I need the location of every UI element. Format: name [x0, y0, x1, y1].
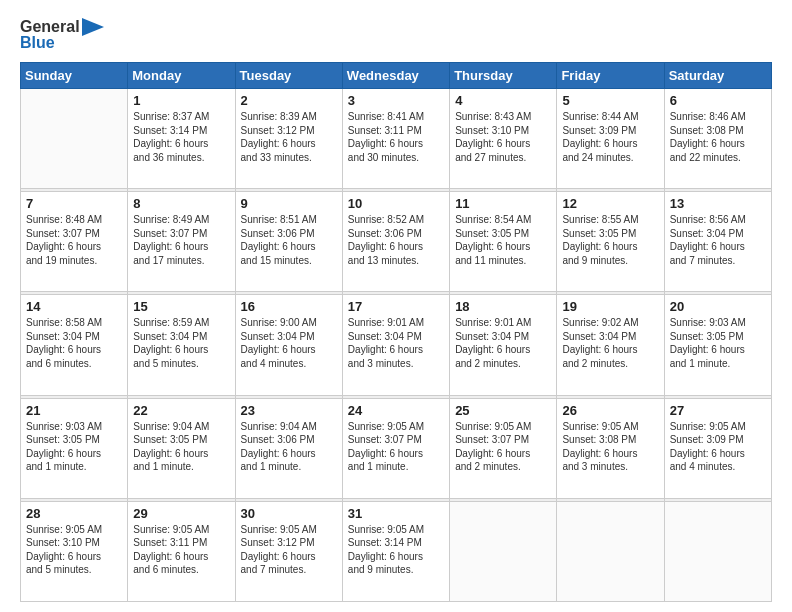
day-number: 10: [348, 196, 444, 211]
day-number: 11: [455, 196, 551, 211]
calendar-cell: 1Sunrise: 8:37 AM Sunset: 3:14 PM Daylig…: [128, 89, 235, 189]
day-info: Sunrise: 9:05 AM Sunset: 3:11 PM Dayligh…: [133, 523, 229, 577]
calendar-week-0: 1Sunrise: 8:37 AM Sunset: 3:14 PM Daylig…: [21, 89, 772, 189]
header-saturday: Saturday: [664, 63, 771, 89]
day-number: 12: [562, 196, 658, 211]
day-number: 2: [241, 93, 337, 108]
calendar-cell: 24Sunrise: 9:05 AM Sunset: 3:07 PM Dayli…: [342, 398, 449, 498]
day-info: Sunrise: 9:05 AM Sunset: 3:14 PM Dayligh…: [348, 523, 444, 577]
day-number: 27: [670, 403, 766, 418]
day-number: 14: [26, 299, 122, 314]
calendar-cell: 27Sunrise: 9:05 AM Sunset: 3:09 PM Dayli…: [664, 398, 771, 498]
day-number: 20: [670, 299, 766, 314]
calendar-cell: 25Sunrise: 9:05 AM Sunset: 3:07 PM Dayli…: [450, 398, 557, 498]
day-number: 22: [133, 403, 229, 418]
day-info: Sunrise: 8:37 AM Sunset: 3:14 PM Dayligh…: [133, 110, 229, 164]
day-number: 21: [26, 403, 122, 418]
calendar-week-3: 21Sunrise: 9:03 AM Sunset: 3:05 PM Dayli…: [21, 398, 772, 498]
header-sunday: Sunday: [21, 63, 128, 89]
day-info: Sunrise: 9:02 AM Sunset: 3:04 PM Dayligh…: [562, 316, 658, 370]
day-info: Sunrise: 8:46 AM Sunset: 3:08 PM Dayligh…: [670, 110, 766, 164]
day-info: Sunrise: 9:00 AM Sunset: 3:04 PM Dayligh…: [241, 316, 337, 370]
header-tuesday: Tuesday: [235, 63, 342, 89]
day-number: 31: [348, 506, 444, 521]
day-number: 28: [26, 506, 122, 521]
day-info: Sunrise: 8:55 AM Sunset: 3:05 PM Dayligh…: [562, 213, 658, 267]
calendar-cell: 21Sunrise: 9:03 AM Sunset: 3:05 PM Dayli…: [21, 398, 128, 498]
day-info: Sunrise: 9:05 AM Sunset: 3:12 PM Dayligh…: [241, 523, 337, 577]
calendar-week-2: 14Sunrise: 8:58 AM Sunset: 3:04 PM Dayli…: [21, 295, 772, 395]
header: General Blue: [20, 18, 772, 52]
day-number: 19: [562, 299, 658, 314]
calendar-cell: 19Sunrise: 9:02 AM Sunset: 3:04 PM Dayli…: [557, 295, 664, 395]
day-info: Sunrise: 9:03 AM Sunset: 3:05 PM Dayligh…: [670, 316, 766, 370]
calendar-cell: 13Sunrise: 8:56 AM Sunset: 3:04 PM Dayli…: [664, 192, 771, 292]
day-info: Sunrise: 8:54 AM Sunset: 3:05 PM Dayligh…: [455, 213, 551, 267]
header-monday: Monday: [128, 63, 235, 89]
day-number: 4: [455, 93, 551, 108]
calendar-header-row: SundayMondayTuesdayWednesdayThursdayFrid…: [21, 63, 772, 89]
day-number: 25: [455, 403, 551, 418]
calendar-cell: 12Sunrise: 8:55 AM Sunset: 3:05 PM Dayli…: [557, 192, 664, 292]
header-friday: Friday: [557, 63, 664, 89]
calendar-cell: 14Sunrise: 8:58 AM Sunset: 3:04 PM Dayli…: [21, 295, 128, 395]
day-number: 15: [133, 299, 229, 314]
day-info: Sunrise: 9:04 AM Sunset: 3:06 PM Dayligh…: [241, 420, 337, 474]
logo: General Blue: [20, 18, 104, 52]
calendar-cell: 11Sunrise: 8:54 AM Sunset: 3:05 PM Dayli…: [450, 192, 557, 292]
calendar-cell: 7Sunrise: 8:48 AM Sunset: 3:07 PM Daylig…: [21, 192, 128, 292]
day-info: Sunrise: 9:03 AM Sunset: 3:05 PM Dayligh…: [26, 420, 122, 474]
day-info: Sunrise: 9:05 AM Sunset: 3:10 PM Dayligh…: [26, 523, 122, 577]
logo-blue: Blue: [20, 34, 55, 52]
day-number: 3: [348, 93, 444, 108]
day-info: Sunrise: 9:05 AM Sunset: 3:08 PM Dayligh…: [562, 420, 658, 474]
calendar-week-4: 28Sunrise: 9:05 AM Sunset: 3:10 PM Dayli…: [21, 501, 772, 601]
day-number: 18: [455, 299, 551, 314]
day-number: 8: [133, 196, 229, 211]
day-number: 23: [241, 403, 337, 418]
calendar-cell: 28Sunrise: 9:05 AM Sunset: 3:10 PM Dayli…: [21, 501, 128, 601]
day-info: Sunrise: 8:48 AM Sunset: 3:07 PM Dayligh…: [26, 213, 122, 267]
calendar-cell: 6Sunrise: 8:46 AM Sunset: 3:08 PM Daylig…: [664, 89, 771, 189]
day-info: Sunrise: 8:39 AM Sunset: 3:12 PM Dayligh…: [241, 110, 337, 164]
day-number: 24: [348, 403, 444, 418]
day-number: 30: [241, 506, 337, 521]
calendar-cell: 22Sunrise: 9:04 AM Sunset: 3:05 PM Dayli…: [128, 398, 235, 498]
calendar-cell: [21, 89, 128, 189]
calendar-cell: [664, 501, 771, 601]
header-thursday: Thursday: [450, 63, 557, 89]
page: General Blue SundayMondayTuesdayWednesda…: [0, 0, 792, 612]
svg-marker-0: [82, 18, 104, 36]
day-info: Sunrise: 8:43 AM Sunset: 3:10 PM Dayligh…: [455, 110, 551, 164]
day-info: Sunrise: 8:58 AM Sunset: 3:04 PM Dayligh…: [26, 316, 122, 370]
day-info: Sunrise: 9:01 AM Sunset: 3:04 PM Dayligh…: [348, 316, 444, 370]
calendar-cell: 17Sunrise: 9:01 AM Sunset: 3:04 PM Dayli…: [342, 295, 449, 395]
day-number: 13: [670, 196, 766, 211]
calendar-cell: 23Sunrise: 9:04 AM Sunset: 3:06 PM Dayli…: [235, 398, 342, 498]
day-info: Sunrise: 9:05 AM Sunset: 3:07 PM Dayligh…: [348, 420, 444, 474]
day-info: Sunrise: 8:52 AM Sunset: 3:06 PM Dayligh…: [348, 213, 444, 267]
day-number: 26: [562, 403, 658, 418]
day-number: 6: [670, 93, 766, 108]
day-number: 17: [348, 299, 444, 314]
calendar-cell: 20Sunrise: 9:03 AM Sunset: 3:05 PM Dayli…: [664, 295, 771, 395]
calendar-cell: [450, 501, 557, 601]
calendar-cell: 9Sunrise: 8:51 AM Sunset: 3:06 PM Daylig…: [235, 192, 342, 292]
calendar-cell: 10Sunrise: 8:52 AM Sunset: 3:06 PM Dayli…: [342, 192, 449, 292]
day-info: Sunrise: 8:49 AM Sunset: 3:07 PM Dayligh…: [133, 213, 229, 267]
day-number: 1: [133, 93, 229, 108]
header-wednesday: Wednesday: [342, 63, 449, 89]
day-info: Sunrise: 9:05 AM Sunset: 3:07 PM Dayligh…: [455, 420, 551, 474]
day-info: Sunrise: 8:44 AM Sunset: 3:09 PM Dayligh…: [562, 110, 658, 164]
calendar-cell: [557, 501, 664, 601]
calendar-body: 1Sunrise: 8:37 AM Sunset: 3:14 PM Daylig…: [21, 89, 772, 602]
calendar-cell: 3Sunrise: 8:41 AM Sunset: 3:11 PM Daylig…: [342, 89, 449, 189]
day-number: 9: [241, 196, 337, 211]
day-info: Sunrise: 9:01 AM Sunset: 3:04 PM Dayligh…: [455, 316, 551, 370]
day-number: 29: [133, 506, 229, 521]
calendar-table: SundayMondayTuesdayWednesdayThursdayFrid…: [20, 62, 772, 602]
calendar-cell: 16Sunrise: 9:00 AM Sunset: 3:04 PM Dayli…: [235, 295, 342, 395]
day-info: Sunrise: 8:41 AM Sunset: 3:11 PM Dayligh…: [348, 110, 444, 164]
logo-arrow-icon: [82, 18, 104, 36]
day-info: Sunrise: 8:56 AM Sunset: 3:04 PM Dayligh…: [670, 213, 766, 267]
